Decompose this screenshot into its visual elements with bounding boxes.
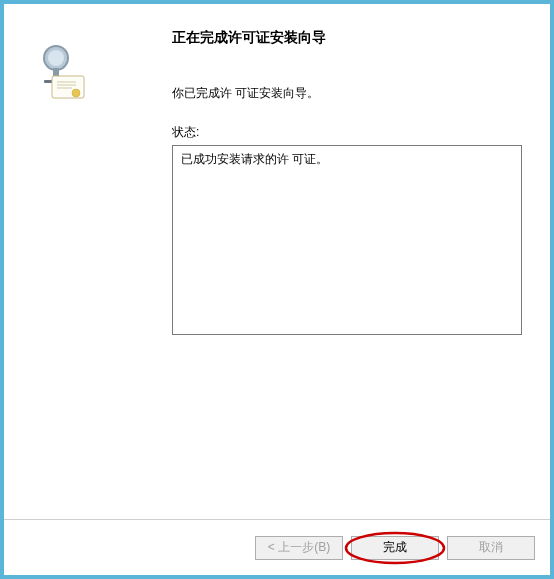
wizard-title: 正在完成许可证安装向导: [172, 29, 522, 47]
wizard-description: 你已完成许 可证安装向导。: [172, 85, 522, 102]
svg-point-10: [72, 89, 80, 97]
finish-button[interactable]: 完成: [351, 536, 439, 560]
left-pane: [4, 4, 162, 519]
content-area: 正在完成许可证安装向导 你已完成许 可证安装向导。 状态: 已成功安装请求的许 …: [4, 4, 550, 519]
license-wizard-icon: [34, 44, 89, 104]
right-pane: 正在完成许可证安装向导 你已完成许 可证安装向导。 状态: 已成功安装请求的许 …: [162, 4, 550, 519]
cancel-button: 取消: [447, 536, 535, 560]
back-button: < 上一步(B): [255, 536, 343, 560]
status-message: 已成功安装请求的许 可证。: [181, 152, 328, 166]
button-bar: < 上一步(B) 完成 取消: [4, 519, 550, 575]
status-label: 状态:: [172, 124, 522, 141]
wizard-window: 正在完成许可证安装向导 你已完成许 可证安装向导。 状态: 已成功安装请求的许 …: [4, 4, 550, 575]
svg-point-2: [48, 50, 64, 66]
status-box: 已成功安装请求的许 可证。: [172, 145, 522, 335]
